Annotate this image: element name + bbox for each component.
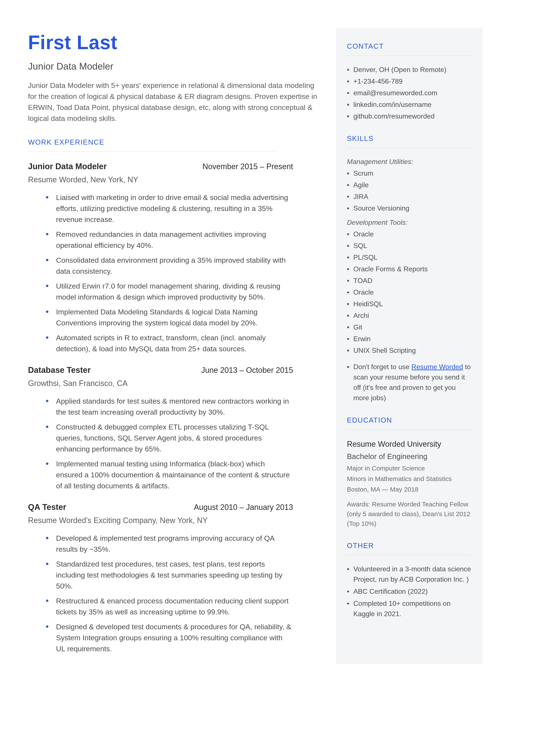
job-title: Database Tester — [28, 364, 91, 376]
skills-group2-list: OracleSQLPL/SQLOracle Forms & ReportsTOA… — [347, 229, 472, 355]
job-bullet: Removed redundancies in data management … — [56, 229, 293, 251]
skills-group2-label: Development Tools: — [347, 217, 472, 228]
contact-item: github.com/resumeworded — [347, 111, 472, 121]
other-list: Volunteered in a 3-month data science Pr… — [347, 564, 472, 619]
job-bullet: Implemented manual testing using Informa… — [56, 459, 293, 491]
job-header: QA TesterAugust 2010 – January 2013 — [28, 501, 293, 513]
edu-major: Major in Computer Science — [347, 463, 472, 473]
job-entry: Database TesterJune 2013 – October 2015G… — [28, 364, 319, 491]
skills-block: SKILLS Management Utilities: ScrumAgileJ… — [347, 133, 472, 403]
job-bullet: Constructed & debugged complex ETL proce… — [56, 422, 293, 455]
job-company: Resume Worded's Exciting Company, New Yo… — [28, 515, 319, 526]
job-bullet: Implemented Data Modeling Standards & lo… — [56, 306, 293, 328]
skill-item: HeidiSQL — [347, 299, 472, 309]
contact-heading: CONTACT — [347, 41, 472, 52]
education-block: EDUCATION Resume Worded University Bache… — [347, 415, 472, 528]
job-company: Growthsi, San Francisco, CA — [28, 378, 319, 389]
job-bullet: Utilized Erwin r7.0 for model management… — [56, 281, 293, 303]
skill-item: Oracle — [347, 229, 472, 239]
edu-location: Boston, MA — May 2018 — [347, 485, 472, 494]
job-bullet: Consolidated data environment providing … — [56, 255, 293, 277]
skills-group1-label: Management Utilities: — [347, 156, 472, 167]
education-heading: EDUCATION — [347, 415, 472, 426]
job-title: QA Tester — [28, 501, 66, 513]
job-bullets: Applied standards for test suites & ment… — [28, 396, 293, 491]
job-entry: Junior Data ModelerNovember 2015 – Prese… — [28, 160, 319, 354]
skill-item: JIRA — [347, 191, 472, 202]
other-block: OTHER Volunteered in a 3-month data scie… — [347, 540, 472, 619]
contact-item: email@resumeworded.com — [347, 88, 472, 98]
other-item: Volunteered in a 3-month data science Pr… — [347, 564, 472, 584]
job-bullets: Liaised with marketing in order to drive… — [28, 192, 293, 354]
job-entry: QA TesterAugust 2010 – January 2013Resum… — [28, 501, 319, 654]
candidate-title: Junior Data Modeler — [28, 59, 319, 73]
skill-item: SQL — [347, 240, 472, 251]
skill-item: Git — [347, 322, 472, 332]
job-bullet: Developed & implemented test programs im… — [56, 533, 293, 555]
job-bullet: Restructured & enanced process documenta… — [56, 596, 293, 617]
job-header: Junior Data ModelerNovember 2015 – Prese… — [28, 160, 293, 173]
contact-block: CONTACT Denver, OH (Open to Remote)+1-23… — [347, 41, 472, 121]
main-column: First Last Junior Data Modeler Junior Da… — [28, 28, 319, 664]
job-bullet: Automated scripts in R to extract, trans… — [56, 332, 293, 354]
job-header: Database TesterJune 2013 – October 2015 — [28, 364, 293, 376]
edu-awards: Awards: Resume Worded Teaching Fellow (o… — [347, 499, 472, 528]
candidate-summary: Junior Data Modeler with 5+ years' exper… — [28, 80, 319, 124]
edu-minors: Minors in Mathematics and Statistics — [347, 474, 472, 484]
job-date: June 2013 – October 2015 — [201, 364, 293, 376]
other-item: Completed 10+ competitions on Kaggle in … — [347, 598, 472, 619]
candidate-name: First Last — [28, 28, 319, 57]
skills-group1-list: ScrumAgileJIRASource Versioning — [347, 168, 472, 213]
divider — [347, 148, 472, 148]
skill-item: Source Versioning — [347, 203, 472, 213]
skill-item: Archi — [347, 310, 472, 321]
job-company: Resume Worded, New York, NY — [28, 174, 319, 185]
contact-item: +1-234-456-789 — [347, 76, 472, 86]
job-title: Junior Data Modeler — [28, 160, 107, 173]
work-experience-heading: WORK EXPERIENCE — [28, 137, 319, 148]
skill-item: Erwin — [347, 334, 472, 344]
resume-worded-link[interactable]: Resume Worded — [411, 363, 463, 371]
skills-note: Don't forget to use Resume Worded to sca… — [347, 362, 472, 403]
edu-degree: Bachelor of Engineering — [347, 451, 472, 462]
job-bullets: Developed & implemented test programs im… — [28, 533, 293, 654]
job-date: August 2010 – January 2013 — [194, 501, 293, 513]
skills-heading: SKILLS — [347, 133, 472, 144]
contact-item: linkedin.com/in/username — [347, 99, 472, 110]
edu-school: Resume Worded University — [347, 438, 472, 450]
skill-item: Agile — [347, 180, 472, 190]
skill-item: UNIX Shell Scripting — [347, 345, 472, 355]
divider — [347, 430, 472, 430]
job-bullet: Applied standards for test suites & ment… — [56, 396, 293, 418]
job-bullet: Standardized test procedures, test cases… — [56, 559, 293, 592]
sidebar-column: CONTACT Denver, OH (Open to Remote)+1-23… — [336, 28, 483, 664]
skill-item: Oracle Forms & Reports — [347, 264, 472, 274]
jobs-container: Junior Data ModelerNovember 2015 – Prese… — [28, 160, 319, 654]
contact-list: Denver, OH (Open to Remote)+1-234-456-78… — [347, 65, 472, 121]
other-item: ABC Certification (2022) — [347, 586, 472, 597]
divider — [28, 152, 276, 152]
job-bullet: Liaised with marketing in order to drive… — [56, 192, 293, 225]
other-heading: OTHER — [347, 540, 472, 551]
contact-item: Denver, OH (Open to Remote) — [347, 65, 472, 75]
note-pre: Don't forget to use — [353, 363, 411, 371]
skill-item: PL/SQL — [347, 252, 472, 263]
job-bullet: Designed & developed test documents & pr… — [56, 621, 293, 654]
skill-item: Oracle — [347, 287, 472, 297]
skill-item: Scrum — [347, 168, 472, 179]
job-date: November 2015 – Present — [203, 161, 293, 172]
skill-item: TOAD — [347, 275, 472, 286]
